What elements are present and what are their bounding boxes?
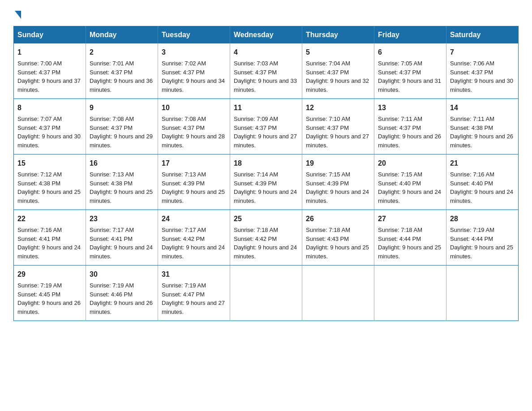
day-number: 23 xyxy=(90,214,154,224)
calendar-cell: 17 Sunrise: 7:13 AM Sunset: 4:39 PM Dayl… xyxy=(158,154,230,210)
daylight-label: Daylight: 9 hours and 27 minutes. xyxy=(162,300,225,315)
day-number: 7 xyxy=(450,47,515,58)
calendar-week-row: 29 Sunrise: 7:19 AM Sunset: 4:45 PM Dayl… xyxy=(14,265,519,321)
day-number: 1 xyxy=(17,47,82,58)
day-number: 8 xyxy=(17,103,82,113)
calendar-cell: 23 Sunrise: 7:17 AM Sunset: 4:41 PM Dayl… xyxy=(86,210,158,265)
daylight-label: Daylight: 9 hours and 25 minutes. xyxy=(90,188,153,204)
day-number: 30 xyxy=(90,269,154,280)
weekday-header-sunday: Sunday xyxy=(14,26,86,44)
sunset-label: Sunset: 4:39 PM xyxy=(162,180,205,187)
sunset-label: Sunset: 4:47 PM xyxy=(162,291,205,298)
sunrise-label: Sunrise: 7:04 AM xyxy=(306,60,350,67)
calendar-cell: 29 Sunrise: 7:19 AM Sunset: 4:45 PM Dayl… xyxy=(14,265,86,321)
day-number: 19 xyxy=(306,158,370,169)
daylight-label: Daylight: 9 hours and 25 minutes. xyxy=(378,244,441,260)
calendar-cell: 12 Sunrise: 7:10 AM Sunset: 4:37 PM Dayl… xyxy=(302,99,374,154)
sunrise-label: Sunrise: 7:03 AM xyxy=(234,60,278,67)
daylight-label: Daylight: 9 hours and 24 minutes. xyxy=(378,188,441,204)
daylight-label: Daylight: 9 hours and 25 minutes. xyxy=(450,244,513,260)
day-number: 21 xyxy=(450,158,515,169)
calendar-cell: 5 Sunrise: 7:04 AM Sunset: 4:37 PM Dayli… xyxy=(302,43,374,99)
day-number: 20 xyxy=(378,158,442,169)
daylight-label: Daylight: 9 hours and 24 minutes. xyxy=(162,244,225,260)
calendar-cell: 25 Sunrise: 7:18 AM Sunset: 4:42 PM Dayl… xyxy=(230,210,302,265)
sunrise-label: Sunrise: 7:11 AM xyxy=(378,116,422,122)
sunrise-label: Sunrise: 7:13 AM xyxy=(90,171,134,178)
calendar-cell: 22 Sunrise: 7:16 AM Sunset: 4:41 PM Dayl… xyxy=(14,210,86,265)
calendar-cell: 2 Sunrise: 7:01 AM Sunset: 4:37 PM Dayli… xyxy=(86,43,158,99)
sunrise-label: Sunrise: 7:08 AM xyxy=(90,116,134,122)
daylight-label: Daylight: 9 hours and 25 minutes. xyxy=(162,188,225,204)
day-number: 10 xyxy=(162,103,226,113)
weekday-header-saturday: Saturday xyxy=(446,26,519,44)
daylight-label: Daylight: 9 hours and 29 minutes. xyxy=(90,133,153,149)
calendar-cell: 30 Sunrise: 7:19 AM Sunset: 4:46 PM Dayl… xyxy=(86,265,158,321)
day-number: 29 xyxy=(17,269,82,280)
sunrise-label: Sunrise: 7:12 AM xyxy=(17,171,62,178)
logo xyxy=(13,9,21,18)
sunset-label: Sunset: 4:40 PM xyxy=(378,180,421,187)
sunset-label: Sunset: 4:38 PM xyxy=(17,180,60,187)
day-number: 18 xyxy=(234,158,298,169)
sunset-label: Sunset: 4:42 PM xyxy=(234,235,277,242)
sunset-label: Sunset: 4:41 PM xyxy=(17,235,60,242)
daylight-label: Daylight: 9 hours and 25 minutes. xyxy=(306,244,369,260)
day-number: 13 xyxy=(378,103,442,113)
sunrise-label: Sunrise: 7:16 AM xyxy=(17,227,62,233)
page-header xyxy=(13,9,519,18)
daylight-label: Daylight: 9 hours and 37 minutes. xyxy=(17,77,81,93)
calendar-cell: 28 Sunrise: 7:19 AM Sunset: 4:44 PM Dayl… xyxy=(446,210,519,265)
daylight-label: Daylight: 9 hours and 26 minutes. xyxy=(90,300,153,315)
calendar-cell: 24 Sunrise: 7:17 AM Sunset: 4:42 PM Dayl… xyxy=(158,210,230,265)
calendar-cell: 8 Sunrise: 7:07 AM Sunset: 4:37 PM Dayli… xyxy=(14,99,86,154)
day-number: 22 xyxy=(17,214,82,224)
daylight-label: Daylight: 9 hours and 33 minutes. xyxy=(234,77,297,93)
calendar-cell: 18 Sunrise: 7:14 AM Sunset: 4:39 PM Dayl… xyxy=(230,154,302,210)
sunset-label: Sunset: 4:37 PM xyxy=(162,124,205,131)
calendar-cell: 7 Sunrise: 7:06 AM Sunset: 4:37 PM Dayli… xyxy=(446,43,519,99)
calendar-cell: 13 Sunrise: 7:11 AM Sunset: 4:37 PM Dayl… xyxy=(374,99,446,154)
sunrise-label: Sunrise: 7:19 AM xyxy=(90,282,134,289)
calendar-cell xyxy=(302,265,374,321)
calendar-cell: 19 Sunrise: 7:15 AM Sunset: 4:39 PM Dayl… xyxy=(302,154,374,210)
daylight-label: Daylight: 9 hours and 30 minutes. xyxy=(450,77,513,93)
calendar-cell: 1 Sunrise: 7:00 AM Sunset: 4:37 PM Dayli… xyxy=(14,43,86,99)
calendar-cell xyxy=(446,265,519,321)
weekday-header-friday: Friday xyxy=(374,26,446,44)
sunrise-label: Sunrise: 7:19 AM xyxy=(17,282,62,289)
sunset-label: Sunset: 4:37 PM xyxy=(378,69,421,76)
sunset-label: Sunset: 4:37 PM xyxy=(162,69,205,76)
calendar-cell: 4 Sunrise: 7:03 AM Sunset: 4:37 PM Dayli… xyxy=(230,43,302,99)
sunrise-label: Sunrise: 7:09 AM xyxy=(234,116,278,122)
sunset-label: Sunset: 4:41 PM xyxy=(90,235,133,242)
sunset-label: Sunset: 4:37 PM xyxy=(306,124,349,131)
sunrise-label: Sunrise: 7:15 AM xyxy=(306,171,350,178)
sunset-label: Sunset: 4:46 PM xyxy=(90,291,133,298)
sunset-label: Sunset: 4:44 PM xyxy=(378,235,421,242)
calendar-table: SundayMondayTuesdayWednesdayThursdayFrid… xyxy=(13,26,519,321)
sunrise-label: Sunrise: 7:15 AM xyxy=(378,171,422,178)
calendar-cell: 6 Sunrise: 7:05 AM Sunset: 4:37 PM Dayli… xyxy=(374,43,446,99)
sunset-label: Sunset: 4:40 PM xyxy=(450,180,493,187)
calendar-week-row: 22 Sunrise: 7:16 AM Sunset: 4:41 PM Dayl… xyxy=(14,210,519,265)
calendar-cell xyxy=(230,265,302,321)
sunrise-label: Sunrise: 7:00 AM xyxy=(17,60,62,67)
day-number: 26 xyxy=(306,214,370,224)
day-number: 28 xyxy=(450,214,515,224)
sunset-label: Sunset: 4:37 PM xyxy=(17,69,60,76)
sunset-label: Sunset: 4:44 PM xyxy=(450,235,493,242)
calendar-cell: 26 Sunrise: 7:18 AM Sunset: 4:43 PM Dayl… xyxy=(302,210,374,265)
sunrise-label: Sunrise: 7:19 AM xyxy=(162,282,206,289)
daylight-label: Daylight: 9 hours and 26 minutes. xyxy=(450,133,513,149)
weekday-header-monday: Monday xyxy=(86,26,158,44)
day-number: 2 xyxy=(90,47,154,58)
daylight-label: Daylight: 9 hours and 32 minutes. xyxy=(306,77,369,93)
sunset-label: Sunset: 4:39 PM xyxy=(306,180,349,187)
daylight-label: Daylight: 9 hours and 26 minutes. xyxy=(378,133,441,149)
sunrise-label: Sunrise: 7:18 AM xyxy=(306,227,350,233)
sunset-label: Sunset: 4:42 PM xyxy=(162,235,205,242)
day-number: 6 xyxy=(378,47,442,58)
sunset-label: Sunset: 4:37 PM xyxy=(17,124,60,131)
day-number: 5 xyxy=(306,47,370,58)
